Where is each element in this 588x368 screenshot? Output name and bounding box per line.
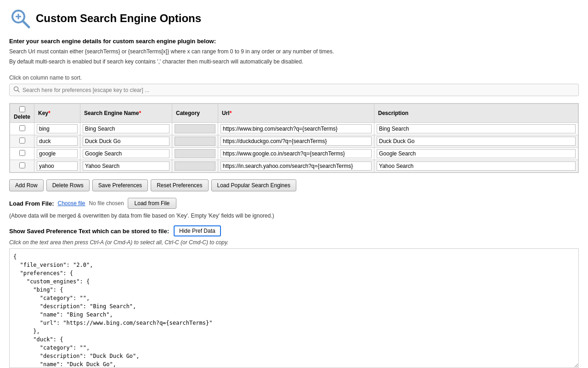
name-input-2[interactable]: [83, 149, 170, 158]
delete-checkbox-3[interactable]: [19, 162, 25, 168]
table-row: [10, 160, 578, 172]
url-input-1[interactable]: [220, 137, 372, 146]
show-pref-label: Show Saved Preference Text which can be …: [9, 228, 169, 235]
choose-file-text: Choose file: [58, 200, 85, 207]
svg-line-1: [23, 21, 29, 27]
key-cell-2: [34, 148, 80, 160]
description-line2: By default multi-search is enabled but i…: [9, 58, 579, 66]
table-row: [10, 135, 578, 148]
name-input-0[interactable]: [83, 124, 170, 133]
key-input-3[interactable]: [37, 161, 78, 171]
description-input-0[interactable]: [377, 124, 576, 133]
delete-checkbox-2[interactable]: [19, 150, 25, 156]
description-line1: Search Url must contain either {searchTe…: [9, 47, 579, 56]
col-header-description[interactable]: Description: [374, 104, 578, 123]
section-description: Enter your search engine details for cus…: [9, 38, 579, 66]
pref-data-textarea[interactable]: [9, 248, 579, 368]
category-input-3[interactable]: [175, 161, 215, 171]
col-header-name[interactable]: Search Engine Name*: [80, 104, 172, 123]
delete-rows-button[interactable]: Delete Rows: [46, 179, 90, 191]
description-input-2[interactable]: [377, 149, 576, 158]
svg-line-5: [18, 91, 20, 92]
search-bar[interactable]: [9, 84, 579, 96]
col-header-key[interactable]: Key*: [34, 104, 80, 123]
category-cell-3: [172, 160, 218, 172]
category-cell-0: [172, 123, 218, 135]
show-pref-row: Show Saved Preference Text which can be …: [9, 225, 579, 236]
category-cell-1: [172, 135, 218, 148]
search-engines-table-container: Delete Key* Search Engine Name* Category…: [9, 103, 579, 173]
sort-hint: Click on column name to sort.: [9, 75, 579, 81]
name-input-1[interactable]: [83, 137, 170, 146]
col-header-category[interactable]: Category: [172, 104, 218, 123]
no-file-chosen-text: No file chosen: [89, 200, 124, 207]
load-from-file-label: Load From File:: [9, 200, 54, 207]
page-header: Custom Search Engine Options: [9, 7, 579, 29]
table-header-row: Delete Key* Search Engine Name* Category…: [10, 104, 578, 123]
name-input-3[interactable]: [83, 161, 170, 171]
choose-file-label[interactable]: Choose file: [58, 200, 85, 207]
load-from-file-button[interactable]: Load from File: [128, 198, 177, 209]
save-preferences-button[interactable]: Save Preferences: [92, 179, 148, 191]
url-cell-0: [218, 123, 374, 135]
key-input-1[interactable]: [37, 137, 78, 146]
delete-cell-1: [10, 135, 34, 148]
search-icon: [13, 86, 20, 94]
category-input-1[interactable]: [175, 137, 215, 146]
url-input-3[interactable]: [220, 161, 372, 171]
name-cell-1: [80, 135, 172, 148]
key-cell-1: [34, 135, 80, 148]
page-title: Custom Search Engine Options: [36, 12, 201, 25]
key-input-2[interactable]: [37, 149, 78, 158]
search-engines-table: Delete Key* Search Engine Name* Category…: [10, 104, 578, 172]
load-from-file-row: Load From File: Choose file No file chos…: [9, 198, 579, 209]
delete-all-checkbox[interactable]: [19, 106, 25, 112]
name-cell-3: [80, 160, 172, 172]
description-input-3[interactable]: [377, 161, 576, 171]
url-input-2[interactable]: [220, 149, 372, 158]
category-input-2[interactable]: [175, 149, 215, 158]
url-cell-3: [218, 160, 374, 172]
copy-hint: Click on the text area then press Ctrl-A…: [9, 239, 579, 246]
reset-preferences-button[interactable]: Reset Preferences: [151, 179, 208, 191]
table-row: [10, 148, 578, 160]
action-buttons-row: Add Row Delete Rows Save Preferences Res…: [9, 179, 579, 191]
col-header-url[interactable]: Url*: [218, 104, 374, 123]
name-cell-2: [80, 148, 172, 160]
key-input-0[interactable]: [37, 124, 78, 133]
key-cell-0: [34, 123, 80, 135]
search-input[interactable]: [23, 87, 575, 93]
description-cell-2: [374, 148, 578, 160]
url-input-0[interactable]: [220, 124, 372, 133]
hide-pref-data-button[interactable]: Hide Pref Data: [174, 225, 221, 236]
description-cell-1: [374, 135, 578, 148]
load-popular-button[interactable]: Load Popular Search Engines: [211, 179, 296, 191]
url-cell-1: [218, 135, 374, 148]
key-cell-3: [34, 160, 80, 172]
delete-checkbox-1[interactable]: [19, 138, 25, 144]
merge-note: (Above data will be merged & overwritten…: [9, 213, 579, 219]
search-wrench-icon: [9, 7, 31, 29]
description-cell-0: [374, 123, 578, 135]
table-row: [10, 123, 578, 135]
section-subtitle: Enter your search engine details for cus…: [9, 38, 579, 45]
description-cell-3: [374, 160, 578, 172]
delete-cell-2: [10, 148, 34, 160]
description-input-1[interactable]: [377, 137, 576, 146]
delete-checkbox-0[interactable]: [19, 125, 25, 131]
url-cell-2: [218, 148, 374, 160]
name-cell-0: [80, 123, 172, 135]
add-row-button[interactable]: Add Row: [9, 179, 44, 191]
category-input-0[interactable]: [175, 124, 215, 133]
category-cell-2: [172, 148, 218, 160]
delete-cell-3: [10, 160, 34, 172]
col-header-delete[interactable]: Delete: [10, 104, 34, 123]
delete-cell-0: [10, 123, 34, 135]
